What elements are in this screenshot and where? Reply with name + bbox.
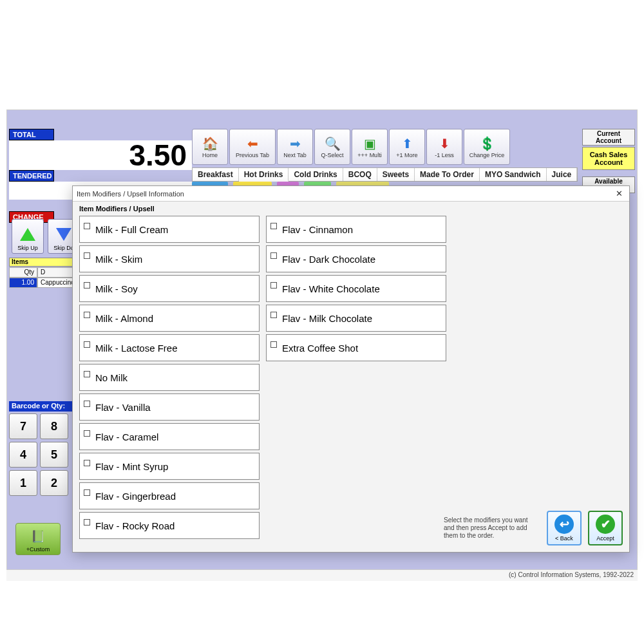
modifier-label: Milk - Lactose Free bbox=[95, 343, 178, 354]
customer-label: +Custom bbox=[26, 546, 50, 553]
checkbox-icon[interactable] bbox=[84, 223, 90, 229]
back-icon: ↩ bbox=[554, 515, 574, 534]
tab-breakfast[interactable]: Breakfast bbox=[193, 168, 239, 181]
tab-myo-sandwich[interactable]: MYO Sandwich bbox=[480, 168, 547, 181]
modifier-label: Milk - Soy bbox=[95, 283, 138, 294]
key-2[interactable]: 2 bbox=[40, 470, 68, 496]
checkbox-icon[interactable] bbox=[84, 430, 90, 437]
checkbox-icon[interactable] bbox=[84, 519, 90, 526]
skip-down-label: Skip Do bbox=[53, 245, 74, 251]
barcode-label: Barcode or Qty: bbox=[9, 401, 76, 412]
checkbox-icon[interactable] bbox=[270, 282, 277, 289]
modifier-label: No Milk bbox=[95, 372, 128, 383]
modifier-item[interactable]: Milk - Full Cream bbox=[79, 216, 260, 243]
qselect-button[interactable]: 🔍Q-Select bbox=[314, 129, 350, 165]
modifier-item[interactable]: Flav - Mint Syrup bbox=[79, 453, 260, 480]
modifier-item[interactable]: Milk - Almond bbox=[79, 305, 260, 332]
checkbox-icon[interactable] bbox=[270, 312, 277, 318]
next-label: Next Tab bbox=[283, 152, 306, 158]
modifier-item[interactable]: Milk - Lactose Free bbox=[79, 334, 260, 361]
checkbox-icon[interactable] bbox=[270, 341, 277, 348]
modifier-item[interactable]: Milk - Skim bbox=[79, 245, 260, 272]
tab-juice[interactable]: Juice bbox=[547, 168, 578, 181]
key-5[interactable]: 5 bbox=[40, 442, 68, 468]
prev-icon: ⬅ bbox=[243, 135, 262, 152]
tab-hot-drinks[interactable]: Hot Drinks bbox=[239, 168, 289, 182]
checkbox-icon[interactable] bbox=[84, 312, 90, 318]
price-label: Change Price bbox=[469, 152, 505, 158]
modifiers-col-1: Milk - Full CreamMilk - SkimMilk - SoyMi… bbox=[79, 216, 260, 539]
checkbox-icon[interactable] bbox=[84, 282, 90, 289]
checkbox-icon[interactable] bbox=[84, 460, 90, 466]
previous-tab-button[interactable]: ⬅Previous Tab bbox=[229, 129, 276, 165]
key-7[interactable]: 7 bbox=[9, 413, 37, 439]
accept-button[interactable]: ✔ Accept bbox=[588, 511, 623, 545]
minus1-button[interactable]: ⬇-1 Less bbox=[426, 129, 462, 165]
modifier-item[interactable]: Extra Coffee Shot bbox=[266, 334, 446, 361]
modal-footer: Select the modifiers you want and then p… bbox=[444, 511, 623, 545]
checkbox-icon[interactable] bbox=[270, 223, 277, 229]
modifier-label: Flav - Caramel bbox=[95, 431, 158, 442]
grid-columns: Qty D bbox=[9, 267, 82, 278]
status-footer: (c) Control Information Systems, 1992-20… bbox=[6, 569, 638, 581]
back-button[interactable]: ↩ < Back bbox=[547, 511, 582, 545]
table-row[interactable]: 1.00 Cappuccino bbox=[9, 278, 82, 288]
checkbox-icon[interactable] bbox=[270, 252, 277, 259]
checkbox-icon[interactable] bbox=[84, 252, 90, 259]
multi-button[interactable]: ▣+++ Multi bbox=[352, 129, 388, 165]
back-label: < Back bbox=[555, 535, 573, 542]
total-label: TOTAL bbox=[9, 129, 54, 140]
key-4[interactable]: 4 bbox=[9, 442, 37, 468]
keypad: 7 8 4 5 1 2 bbox=[9, 413, 68, 496]
modifier-item[interactable]: Flav - Rocky Road bbox=[79, 512, 260, 539]
tab-sweets[interactable]: Sweets bbox=[377, 168, 415, 181]
customer-button[interactable]: 📗 +Custom bbox=[15, 523, 61, 555]
checkbox-icon[interactable] bbox=[84, 401, 90, 407]
tab-bcoq[interactable]: BCOQ bbox=[343, 168, 377, 181]
modal-subtitle: Item Modifiers / Upsell bbox=[73, 202, 629, 216]
prev-label: Previous Tab bbox=[236, 152, 269, 158]
cash-sales-account[interactable]: Cash Sales Account bbox=[582, 147, 635, 170]
modifier-item[interactable]: Flav - Dark Chocolate bbox=[266, 245, 446, 272]
checkbox-icon[interactable] bbox=[84, 489, 90, 496]
minus1-icon: ⬇ bbox=[435, 135, 454, 152]
plus1-icon: ⬆ bbox=[397, 135, 417, 152]
multi-icon: ▣ bbox=[360, 135, 379, 152]
checkbox-icon[interactable] bbox=[84, 341, 90, 348]
row-qty: 1.00 bbox=[9, 278, 37, 288]
modifier-item[interactable]: Flav - White Chocolate bbox=[266, 275, 446, 302]
modifier-item[interactable]: Flav - Cinnamon bbox=[266, 216, 446, 243]
modal-close-button[interactable]: ✕ bbox=[612, 189, 625, 198]
next-tab-button[interactable]: ➡Next Tab bbox=[277, 129, 313, 165]
tab-made-to-order[interactable]: Made To Order bbox=[415, 168, 480, 181]
modifier-label: Milk - Almond bbox=[95, 313, 153, 324]
modifier-item[interactable]: Flav - Milk Chocolate bbox=[266, 305, 446, 332]
key-1[interactable]: 1 bbox=[9, 470, 37, 496]
modifier-label: Flav - Vanilla bbox=[95, 402, 151, 413]
modal-hint: Select the modifiers you want and then p… bbox=[444, 516, 540, 540]
modifier-item[interactable]: Flav - Vanilla bbox=[79, 393, 260, 421]
modifier-item[interactable]: No Milk bbox=[79, 364, 260, 391]
key-8[interactable]: 8 bbox=[40, 413, 68, 439]
modifier-item[interactable]: Flav - Gingerbread bbox=[79, 482, 260, 509]
plus1-button[interactable]: ⬆+1 More bbox=[389, 129, 425, 165]
next-icon: ➡ bbox=[285, 135, 305, 152]
total-value: 3.50 bbox=[9, 140, 192, 170]
category-tabs: Breakfast Hot Drinks Cold Drinks BCOQ Sw… bbox=[192, 167, 578, 182]
modifier-item[interactable]: Milk - Soy bbox=[79, 275, 260, 302]
tab-cold-drinks[interactable]: Cold Drinks bbox=[289, 168, 343, 181]
minus1-label: -1 Less bbox=[435, 152, 454, 158]
modifier-label: Flav - Gingerbread bbox=[95, 491, 176, 502]
checkbox-icon[interactable] bbox=[84, 371, 90, 377]
current-account-label: Current Account bbox=[582, 129, 635, 146]
modal-title: Item Modifiers / Upsell Information bbox=[77, 190, 184, 198]
account-panel: Current Account Cash Sales Account Avail… bbox=[582, 129, 635, 193]
multi-label: +++ Multi bbox=[357, 152, 381, 158]
home-button[interactable]: 🏠Home bbox=[192, 129, 228, 165]
modal-titlebar: Item Modifiers / Upsell Information ✕ bbox=[73, 186, 629, 202]
modifier-label: Flav - White Chocolate bbox=[282, 283, 380, 294]
modifier-item[interactable]: Flav - Caramel bbox=[79, 423, 260, 450]
change-price-button[interactable]: 💲Change Price bbox=[464, 129, 510, 165]
modifier-label: Flav - Cinnamon bbox=[282, 224, 353, 235]
skip-up-button[interactable]: Skip Up bbox=[12, 219, 44, 254]
